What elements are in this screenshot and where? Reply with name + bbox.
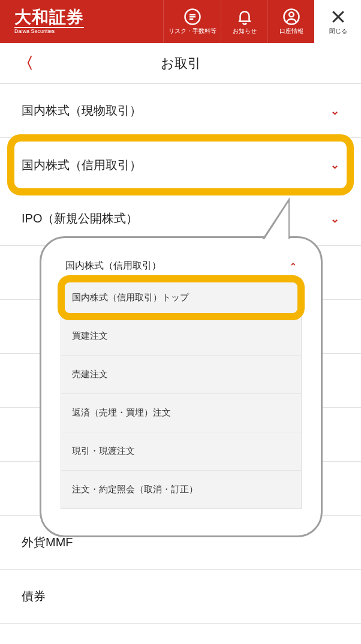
chevron-down-icon: ⌄ [330,158,339,171]
row-label: 国内株式（信用取引） [22,157,142,173]
header-account-label: 口座情報 [279,27,303,35]
header-close-button[interactable]: 閉じる [314,0,361,43]
back-chevron-icon[interactable]: 〈 [18,53,34,74]
chevron-up-icon: ⌃ [290,261,297,271]
close-icon [329,8,347,26]
row-label: 国内株式（現物取引） [22,103,142,119]
logo-main: 大和証券 [14,9,84,28]
submenu-item-label: 現引・現渡注文 [72,446,135,456]
submenu-callout: 国内株式（信用取引） ⌃ 国内株式（信用取引）トップ 買建注文 売建注文 返済（… [40,236,323,537]
submenu-list: 国内株式（信用取引）トップ 買建注文 売建注文 返済（売埋・買埋）注文 現引・現… [61,278,302,509]
submenu-item-inquiry[interactable]: 注文・約定照会（取消・訂正） [61,470,301,508]
logo-sub: Daiwa Securities [14,28,163,34]
submenu-item-label: 売建注文 [72,369,108,379]
submenu-item-label: 返済（売埋・買埋）注文 [72,407,171,417]
svg-point-2 [289,13,294,17]
submenu-item-label: 国内株式（信用取引）トップ [72,292,189,302]
row-label: IPO（新規公開株式） [22,210,138,227]
row-cash-stock[interactable]: 国内株式（現物取引） ⌄ [0,84,361,138]
submenu-item-top[interactable]: 国内株式（信用取引）トップ [61,278,301,317]
row-label: 債券 [22,588,46,604]
header-account-button[interactable]: 口座情報 [267,0,314,43]
chevron-down-icon: ⌄ [330,104,339,118]
header-notice-label: お知らせ [233,27,257,35]
page-title: お取引 [12,55,349,73]
logo: 大和証券 Daiwa Securities [0,0,163,43]
chevron-down-icon: ⌄ [330,212,339,225]
submenu-item-sell[interactable]: 売建注文 [61,355,301,393]
submenu-header[interactable]: 国内株式（信用取引） ⌃ [61,260,302,278]
submenu-item-label: 注文・約定照会（取消・訂正） [72,484,198,494]
submenu-header-label: 国内株式（信用取引） [65,260,161,272]
submenu-item-label: 買建注文 [72,330,108,341]
person-circle-icon [282,8,300,26]
title-bar: 〈 お取引 [0,43,361,84]
header-notice-button[interactable]: お知らせ [221,0,267,43]
header-risk-button[interactable]: リスク・手数料等 [163,0,221,43]
header-close-label: 閉じる [329,27,347,35]
app-header: 大和証券 Daiwa Securities リスク・手数料等 お知らせ 口座情報… [0,0,361,43]
submenu-item-actual[interactable]: 現引・現渡注文 [61,432,301,470]
header-risk-label: リスク・手数料等 [169,27,216,35]
submenu-item-buy[interactable]: 買建注文 [61,317,301,355]
bell-icon [236,8,254,26]
row-bond[interactable]: 債券 [0,570,361,624]
row-margin-stock[interactable]: 国内株式（信用取引） ⌄ [0,138,361,192]
document-icon [183,8,201,26]
submenu-item-repay[interactable]: 返済（売埋・買埋）注文 [61,393,301,432]
